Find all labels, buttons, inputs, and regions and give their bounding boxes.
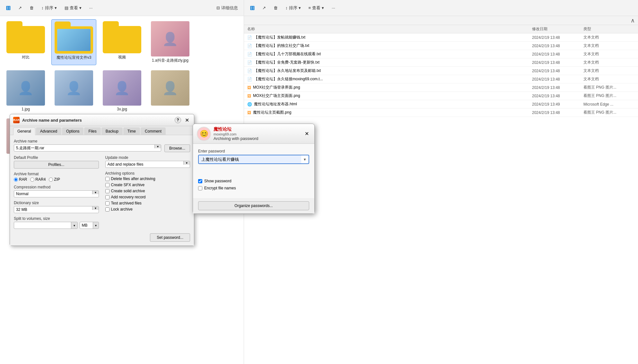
show-password-checkbox[interactable] (198, 179, 202, 183)
radio-rar[interactable]: RAR (14, 177, 27, 182)
file-label: 1.jpg (22, 107, 30, 111)
browse-button[interactable]: Browse... (164, 144, 190, 152)
view-icon: ▤ (65, 5, 68, 10)
more-icon: ··· (89, 5, 93, 10)
encrypt-filenames-checkbox[interactable] (198, 186, 202, 190)
format-label: Archive format (14, 172, 99, 176)
ai-icon: ⊞ (6, 4, 11, 12)
file-label: 视频 (118, 55, 126, 60)
archive-tabs: General Advanced Options Files Backup Ti… (10, 126, 194, 135)
table-row[interactable]: 📄【魔性论坛】全免费-无套路-更新快.txt 2024/2/19 13:48 文… (244, 58, 638, 67)
share-btn[interactable]: ↗ (16, 4, 24, 12)
password-input[interactable] (199, 155, 301, 163)
profiles-button[interactable]: Profiles... (14, 161, 99, 169)
update-mode-dropdown[interactable]: ▾ (183, 161, 190, 165)
split-input[interactable] (14, 222, 71, 229)
set-password-button[interactable]: Set password... (150, 233, 190, 242)
update-mode-input[interactable] (106, 161, 184, 168)
checkbox-lock[interactable]: Lock archive (105, 207, 190, 212)
sort-icon: ↕ (41, 5, 44, 10)
format-radio-group: RAR RAR4 ZIP (14, 177, 99, 182)
radio-zip[interactable]: ZIP (49, 177, 60, 182)
list-item[interactable]: 对比 (3, 19, 48, 65)
split-unit-input[interactable] (80, 222, 93, 229)
compression-dropdown[interactable]: ▾ (92, 191, 99, 194)
detail-label: 详细信息 (221, 5, 238, 11)
archive-help-btn[interactable]: ? (175, 117, 181, 123)
encrypt-filenames-row: Encrypt file names (198, 186, 309, 190)
table-row[interactable]: 🖼魔性论坛主页截图.png 2024/2/19 13:48 看图王 PNG 图片… (244, 108, 638, 117)
detail-header: 名称 修改日期 类型 (244, 25, 638, 33)
archive-close-btn[interactable]: ✕ (183, 116, 191, 124)
sort-btn[interactable]: ↕ 排序 ▾ (39, 4, 59, 12)
show-password-row: Show password (198, 179, 309, 183)
delete-btn[interactable]: 🗑 (27, 4, 36, 12)
tab-comment[interactable]: Comment (141, 127, 166, 135)
checkbox-solid[interactable]: Create solid archive (105, 189, 190, 193)
list-item[interactable]: 👤 1.jpg (3, 68, 48, 113)
list-item[interactable]: 视频 (100, 19, 144, 65)
tab-options[interactable]: Options (62, 127, 83, 135)
list-item[interactable]: 魔性论坛宣传文件v3 (51, 19, 96, 65)
right-view-btn[interactable]: ≡ 查看 ▾ (306, 4, 327, 12)
image-thumb: 👤 (6, 70, 45, 106)
dictionary-dropdown[interactable]: ▾ (92, 206, 99, 210)
list-item[interactable]: 👤 1.a抖音-走路摇zly.jpg (148, 19, 193, 65)
password-close-btn[interactable]: ✕ (303, 130, 310, 138)
radio-rar4[interactable]: RAR4 (30, 177, 46, 182)
archive-name-label: Archive name (14, 139, 190, 143)
table-row[interactable]: 🖼MOX社交广场主页面面.png 2024/2/19 13:48 看图王 PNG… (244, 92, 638, 100)
archive-name-input[interactable] (14, 145, 154, 151)
right-toolbar-icon-btn[interactable]: ⊞ (247, 3, 257, 13)
txt-icon: 📄 (247, 35, 252, 40)
checkbox-test[interactable]: Test archived files (105, 201, 190, 205)
right-sort-btn[interactable]: ↕ 排序 ▾ (283, 4, 303, 12)
split-dropdown[interactable]: ▾ (71, 222, 77, 229)
checkbox-recovery[interactable]: Add recovery record (105, 195, 190, 199)
list-item[interactable]: 👤 3x.jpg (100, 68, 144, 113)
right-ai-icon: ⊞ (250, 4, 255, 12)
table-row[interactable]: 📄【魔性论坛】的独立社交广场.txt 2024/2/19 13:48 文本文档 (244, 42, 638, 50)
compression-input[interactable] (14, 191, 92, 197)
password-dropdown-btn[interactable]: ▾ (301, 155, 309, 163)
archive-name-dropdown[interactable]: ▾ (154, 145, 161, 148)
tab-files[interactable]: Files (84, 127, 101, 135)
more-btn[interactable]: ··· (87, 4, 95, 12)
update-mode-label: Update mode (105, 155, 190, 160)
list-item[interactable]: 👤 (51, 68, 96, 113)
table-row[interactable]: 🖼MOX社交广场登录界面.png 2024/2/19 13:48 看图王 PNG… (244, 83, 638, 92)
logo-avatar: 😊 (197, 127, 211, 141)
txt-icon: 📄 (247, 77, 252, 82)
tab-backup[interactable]: Backup (101, 127, 123, 135)
table-row[interactable]: 📄【魔性论坛】几十万部视频在线观看.txt 2024/2/19 13:48 文本… (244, 50, 638, 58)
right-delete-btn[interactable]: 🗑 (271, 4, 280, 12)
folder-icon (103, 21, 141, 53)
view-btn[interactable]: ▤ 查看 ▾ (62, 4, 84, 12)
detail-icon: ⊟ (216, 5, 220, 10)
table-row[interactable]: 🌐魔性论坛地址发布器.html 2024/2/19 13:49 Microsof… (244, 100, 638, 108)
list-item[interactable]: 👤 (148, 68, 193, 113)
right-more-btn[interactable]: ··· (329, 4, 338, 12)
tab-time[interactable]: Time (123, 127, 140, 135)
organize-passwords-button[interactable]: Organize passwords... (198, 201, 309, 210)
profile-label: Default Profile (14, 155, 99, 160)
tab-general[interactable]: General (13, 127, 35, 135)
collapse-btn[interactable]: ∧ (631, 17, 635, 24)
checkbox-delete-files[interactable]: Delete files after archiving (105, 177, 190, 181)
left-toolbar: ⊞ ↗ 🗑 ↕ 排序 ▾ ▤ 查看 ▾ ··· ⊟ (0, 0, 244, 16)
image-thumb: 👤 (103, 70, 141, 106)
table-row[interactable]: 📄【魔性论坛】永久链接moxing69.com.t... 2024/2/19 1… (244, 75, 638, 83)
col-type-header: 类型 (583, 26, 635, 32)
file-label: 魔性论坛宣传文件v3 (57, 55, 92, 60)
right-share-btn[interactable]: ↗ (260, 4, 268, 12)
detail-info-btn[interactable]: ⊟ 详细信息 (214, 4, 240, 12)
table-row[interactable]: 📄【魔性论坛】永久地址发布页及邮箱.txt 2024/2/19 13:48 文本… (244, 67, 638, 75)
dictionary-input[interactable] (14, 206, 92, 213)
archiving-options-label: Archiving options (105, 171, 190, 176)
file-label: 1.a抖音-走路摇zly.jpg (152, 58, 188, 63)
tab-advanced[interactable]: Advanced (36, 127, 61, 135)
toolbar-icon-btn[interactable]: ⊞ (3, 3, 13, 13)
checkbox-create-sfx[interactable]: Create SFX archive (105, 183, 190, 187)
table-row[interactable]: 📄【魔性论坛】发帖就能赚钱.txt 2024/2/19 13:48 文本文档 (244, 33, 638, 42)
split-unit-dropdown[interactable]: ▾ (93, 222, 99, 229)
